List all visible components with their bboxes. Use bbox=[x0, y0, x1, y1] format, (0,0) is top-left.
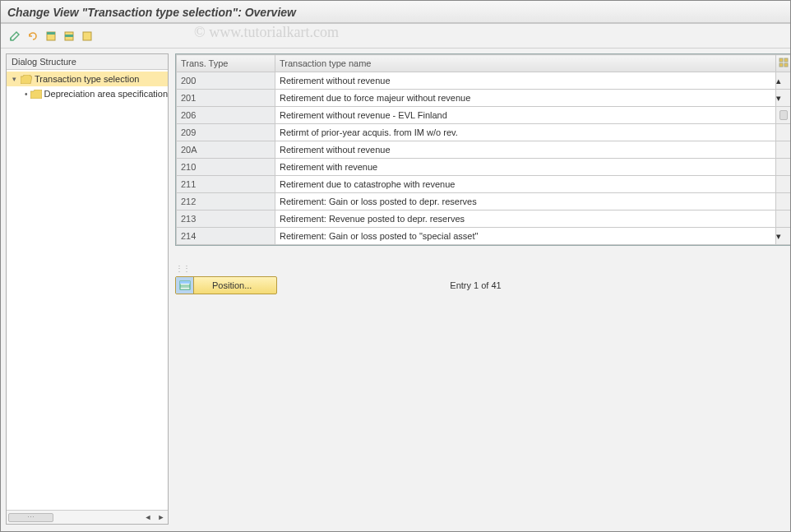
svg-rect-6 bbox=[784, 58, 788, 62]
table-row[interactable]: 209Retirmt of prior-year acquis. from IM… bbox=[177, 124, 791, 141]
change-button[interactable] bbox=[7, 29, 22, 44]
tree-node-depreciation-area[interactable]: • Depreciation area specification bbox=[7, 86, 168, 101]
cell-trans-name[interactable]: Retirement due to force majeur without r… bbox=[275, 90, 776, 107]
svg-rect-1 bbox=[47, 32, 55, 35]
table-row[interactable]: 200Retirement without revenue▴ bbox=[177, 72, 791, 90]
cell-trans-type[interactable]: 201 bbox=[177, 90, 275, 107]
expander-icon[interactable]: ▾ bbox=[10, 75, 18, 83]
deselect-all-button[interactable] bbox=[80, 29, 95, 44]
bottom-bar: Position... Entry 1 of 41 bbox=[175, 276, 791, 294]
scroll-track[interactable] bbox=[776, 141, 791, 159]
svg-rect-10 bbox=[180, 281, 190, 284]
transaction-type-table: Trans. Type Transaction type name 200Ret… bbox=[176, 54, 791, 245]
scroll-track[interactable] bbox=[776, 193, 791, 210]
cell-trans-type[interactable]: 20A bbox=[177, 141, 275, 159]
tree: ▾ Transaction type selection • Depreciat… bbox=[7, 70, 168, 510]
scroll-track[interactable] bbox=[776, 159, 791, 176]
cell-trans-name[interactable]: Retirement: Gain or loss posted to depr.… bbox=[275, 193, 776, 210]
table-container: Trans. Type Transaction type name 200Ret… bbox=[175, 53, 791, 246]
cell-trans-name[interactable]: Retirement without revenue bbox=[275, 141, 776, 159]
scroll-down-button[interactable]: ▾ bbox=[776, 228, 791, 245]
col-trans-name[interactable]: Transaction type name bbox=[275, 55, 776, 72]
hscroll-track[interactable] bbox=[7, 511, 141, 524]
undo-button[interactable] bbox=[25, 29, 40, 44]
folder-open-icon bbox=[21, 75, 32, 84]
entry-status: Entry 1 of 41 bbox=[450, 280, 501, 290]
table-row[interactable]: 211Retirement due to catastrophe with re… bbox=[177, 176, 791, 193]
scroll-track[interactable] bbox=[776, 124, 791, 141]
select-all-button[interactable] bbox=[44, 29, 58, 44]
resize-grip-icon[interactable]: ⋮⋮ bbox=[175, 264, 182, 273]
svg-rect-5 bbox=[779, 58, 783, 62]
cell-trans-name[interactable]: Retirement with revenue bbox=[275, 159, 776, 176]
cell-trans-type[interactable]: 209 bbox=[177, 124, 275, 141]
cell-trans-type[interactable]: 210 bbox=[177, 159, 275, 176]
table-row[interactable]: 20ARetirement without revenue bbox=[177, 141, 791, 159]
page-title: Change View "Transaction type selection"… bbox=[7, 6, 784, 19]
position-label: Position... bbox=[194, 280, 276, 290]
dialog-structure-header: Dialog Structure bbox=[7, 54, 168, 70]
main-area: Dialog Structure ▾ Transaction type sele… bbox=[1, 49, 790, 530]
col-trans-type[interactable]: Trans. Type bbox=[177, 55, 275, 72]
scroll-thumb[interactable] bbox=[776, 107, 791, 124]
hscroll-left-button[interactable]: ◄ bbox=[141, 511, 155, 524]
tree-label: Depreciation area specification bbox=[44, 89, 168, 99]
cell-trans-name[interactable]: Retirement: Revenue posted to depr. rese… bbox=[275, 210, 776, 228]
svg-rect-8 bbox=[784, 63, 788, 67]
sidebar-horizontal-scrollbar[interactable]: ◄ ► bbox=[7, 510, 168, 524]
svg-rect-3 bbox=[65, 35, 73, 37]
table-row[interactable]: 201Retirement due to force majeur withou… bbox=[177, 90, 791, 107]
select-block-button[interactable] bbox=[62, 29, 76, 44]
content-area: Trans. Type Transaction type name 200Ret… bbox=[169, 49, 791, 530]
cell-trans-name[interactable]: Retirmt of prior-year acquis. from IM w/… bbox=[275, 124, 776, 141]
scroll-track[interactable] bbox=[776, 210, 791, 228]
cell-trans-type[interactable]: 206 bbox=[177, 107, 275, 124]
table-row[interactable]: 210Retirement with revenue bbox=[177, 159, 791, 176]
table-row[interactable]: 213Retirement: Revenue posted to depr. r… bbox=[177, 210, 791, 228]
cell-trans-name[interactable]: Retirement without revenue - EVL Finland bbox=[275, 107, 776, 124]
position-button[interactable]: Position... bbox=[175, 276, 277, 294]
svg-rect-7 bbox=[779, 63, 783, 67]
cell-trans-type[interactable]: 213 bbox=[177, 210, 275, 228]
dialog-structure-panel: Dialog Structure ▾ Transaction type sele… bbox=[6, 53, 169, 525]
scroll-track[interactable] bbox=[776, 176, 791, 193]
svg-rect-4 bbox=[83, 32, 91, 40]
cell-trans-name[interactable]: Retirement without revenue bbox=[275, 72, 776, 90]
cell-trans-name[interactable]: Retirement due to catastrophe with reven… bbox=[275, 176, 776, 193]
cell-trans-type[interactable]: 214 bbox=[177, 228, 275, 245]
tree-node-transaction-type-selection[interactable]: ▾ Transaction type selection bbox=[7, 72, 168, 86]
table-row[interactable]: 212Retirement: Gain or loss posted to de… bbox=[177, 193, 791, 210]
folder-closed-icon bbox=[30, 90, 42, 99]
table-config-button[interactable] bbox=[776, 55, 791, 72]
bullet-icon: • bbox=[25, 90, 28, 99]
hscroll-thumb[interactable] bbox=[8, 513, 53, 522]
cell-trans-name[interactable]: Retirement: Gain or loss posted to "spec… bbox=[275, 228, 776, 245]
tree-label: Transaction type selection bbox=[35, 74, 139, 84]
cell-trans-type[interactable]: 211 bbox=[177, 176, 275, 193]
table-row[interactable]: 206Retirement without revenue - EVL Finl… bbox=[177, 107, 791, 124]
scroll-up-button[interactable]: ▴ bbox=[776, 72, 791, 90]
cell-trans-type[interactable]: 200 bbox=[177, 72, 275, 90]
cell-trans-type[interactable]: 212 bbox=[177, 193, 275, 210]
scroll-down-step-button[interactable]: ▾ bbox=[776, 90, 791, 107]
table-row[interactable]: 214Retirement: Gain or loss posted to "s… bbox=[177, 228, 791, 245]
toolbar bbox=[1, 24, 790, 49]
header-bar: Change View "Transaction type selection"… bbox=[1, 1, 790, 24]
position-icon bbox=[176, 277, 194, 294]
hscroll-right-button[interactable]: ► bbox=[155, 511, 168, 524]
